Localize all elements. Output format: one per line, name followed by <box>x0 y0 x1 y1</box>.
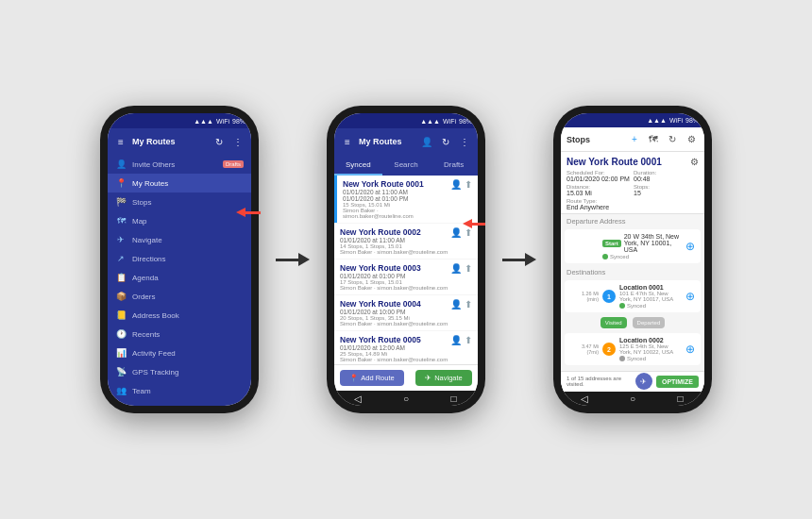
navigate-start-icon[interactable]: ⊕ <box>685 240 695 253</box>
navigate-fab[interactable]: ✈ <box>635 373 652 390</box>
dest-num-2: 2 <box>602 343 616 356</box>
route-type-value: End Anywhere <box>567 204 699 210</box>
share-action-5[interactable]: ⬆ <box>465 335 472 345</box>
invite-icon: 👤 <box>115 159 127 170</box>
arrow-line-2 <box>502 259 525 261</box>
add-route-label: Add Route <box>361 374 394 382</box>
sidebar-item-myroutes[interactable]: 📍 My Routes <box>108 174 251 193</box>
home-nav-2[interactable]: ○ <box>399 392 413 405</box>
person-action-2[interactable]: 👤 <box>450 227 462 238</box>
map-icon: 🗺 <box>115 215 127 226</box>
route-item-3[interactable]: New York Route 0003 01/01/2020 at 01:00 … <box>334 260 478 294</box>
more-icon[interactable]: ⋮ <box>230 134 245 149</box>
tab-search[interactable]: Search <box>382 155 431 176</box>
start-address: 20 W 34th St, New York, NY 10001, USA <box>624 233 682 253</box>
tab-drafts[interactable]: Drafts <box>430 155 478 176</box>
status-bar-3: ▲▲▲ WiFi 98% <box>561 113 704 127</box>
orders-icon: 📦 <box>115 291 127 302</box>
navigate-loc2-icon[interactable]: ⊕ <box>685 343 695 356</box>
route-list: New York Route 0001 01/01/2020 at 11:00 … <box>334 176 478 364</box>
recent-nav-2[interactable]: □ <box>448 392 461 405</box>
start-speed-label: Synced <box>610 254 629 260</box>
share-action-1[interactable]: ⬆ <box>465 179 472 190</box>
person-action-5[interactable]: 👤 <box>450 335 462 345</box>
add-stop-icon[interactable]: + <box>627 132 642 147</box>
route-title-5: New York Route 0005 <box>340 335 450 344</box>
wifi-1: WiFi <box>216 118 229 125</box>
activity-label: Activity Feed <box>132 349 176 358</box>
refresh-icon-2[interactable]: ↻ <box>438 134 453 149</box>
sidebar-item-team[interactable]: 👥 Team <box>108 381 251 400</box>
duration-value: 00:48 <box>634 176 699 182</box>
share-action-2[interactable]: ⬆ <box>465 227 472 238</box>
back-nav-3[interactable]: ◁ <box>578 393 591 406</box>
sidebar-item-stops[interactable]: 🏁 Stops <box>108 193 251 211</box>
phone-1: ▲▲▲ WiFi 98% ≡ My Routes ↻ ⋮ 👤 Invite Ot… <box>100 106 259 413</box>
dist-1: 1.26 Mi (min) <box>570 291 599 302</box>
navigate-icon: ✈ <box>115 234 127 245</box>
optimize-button[interactable]: OPTIMIZE <box>656 376 699 388</box>
sidebar-item-recents[interactable]: 🕐 Recents <box>108 325 251 343</box>
person-icon-2[interactable]: 👤 <box>419 134 434 149</box>
sidebar-item-activity[interactable]: 📊 Activity Feed <box>108 343 251 362</box>
nav-bar-3: ◁ ○ □ <box>561 392 704 406</box>
wifi-3: WiFi <box>669 117 683 124</box>
orders-label: Orders <box>132 293 155 301</box>
route-item-5[interactable]: New York Route 0005 01/01/2020 at 12:00 … <box>334 331 478 364</box>
navigate-loc1-icon[interactable]: ⊕ <box>685 290 695 303</box>
loc2-dot <box>619 356 625 361</box>
navigate-button[interactable]: ✈ Navigate <box>415 370 472 386</box>
person-action-3[interactable]: 👤 <box>450 263 462 274</box>
status-bar-2: ▲▲▲ WiFi 98% <box>334 113 478 128</box>
sidebar-item-orders[interactable]: 📦 Orders <box>108 287 251 306</box>
tabs-bar: Synced Search Drafts <box>334 155 478 176</box>
route-item-2[interactable]: New York Route 0002 01/01/2020 at 11:00 … <box>334 224 478 259</box>
route-item-4[interactable]: New York Route 0004 01/01/2020 at 10:00 … <box>334 295 478 330</box>
sidebar-item-invite[interactable]: 👤 Invite Others Drafts <box>108 155 251 174</box>
nav-bar-2: ◁ ○ □ <box>334 391 478 406</box>
add-route-button[interactable]: 📍 Add Route <box>340 370 403 386</box>
route-date-1b: 01/01/2020 at 01:00 PM <box>343 195 450 202</box>
tab-synced[interactable]: Synced <box>334 155 382 176</box>
sidebar-item-addressbook[interactable]: 📒 Address Book <box>108 306 251 325</box>
dest-card-2: 3.47 Mi (7mi) 2 Location 0002 125 E 54th… <box>565 333 701 365</box>
route-user-4: Simon Baker · simon.baker@routeline.com <box>340 321 450 326</box>
loc2-speed: Synced <box>619 356 682 361</box>
sidebar-item-navigate[interactable]: ✈ Navigate <box>108 230 251 249</box>
share-action-4[interactable]: ⬆ <box>465 299 472 310</box>
directions-icon: ↗ <box>115 253 127 264</box>
arrow-head-2 <box>525 253 536 266</box>
loc1-speed-label: Synced <box>627 303 646 309</box>
menu-icon-2[interactable]: ≡ <box>340 134 355 149</box>
settings-icon-3[interactable]: ⚙ <box>690 157 699 167</box>
invite-label: Invite Others <box>132 160 175 169</box>
menu-icon[interactable]: ≡ <box>113 134 128 149</box>
more-icon-3[interactable]: ⚙ <box>684 132 699 147</box>
sidebar-item-directions[interactable]: ↗ Directions <box>108 249 251 268</box>
refresh-icon[interactable]: ↻ <box>211 134 227 149</box>
sidebar-item-agenda[interactable]: 📋 Agenda <box>108 268 251 287</box>
arrow-head-1 <box>298 253 310 266</box>
map-view-icon[interactable]: 🗺 <box>646 132 661 147</box>
recents-icon: 🕐 <box>115 328 127 340</box>
recent-nav-3[interactable]: □ <box>674 393 687 406</box>
myroutes-icon: 📍 <box>115 177 127 189</box>
sidebar: 👤 Invite Others Drafts 📍 My Routes 🏁 Sto… <box>108 155 251 406</box>
person-action-4[interactable]: 👤 <box>450 299 462 310</box>
sidebar-item-gps[interactable]: 📡 GPS Tracking <box>108 362 251 381</box>
refresh-icon-3[interactable]: ↻ <box>665 132 680 147</box>
loc1-dot <box>619 303 625 309</box>
more-icon-2[interactable]: ⋮ <box>457 134 472 149</box>
route-item-1[interactable]: New York Route 0001 01/01/2020 at 11:00 … <box>334 176 478 223</box>
person-action-1[interactable]: 👤 <box>450 179 462 190</box>
sidebar-item-map[interactable]: 🗺 Map <box>108 211 251 230</box>
departed-button[interactable]: Departed <box>633 317 666 328</box>
back-nav-2[interactable]: ◁ <box>351 392 364 405</box>
home-nav-3[interactable]: ○ <box>626 393 639 406</box>
visited-button[interactable]: Visited <box>601 317 627 328</box>
sidebar-item-settings[interactable]: ⚙ Settings <box>108 400 251 406</box>
loc2-title: Location 0002 <box>619 337 682 343</box>
detail-footer: 1 of 15 addresses are visited. ✈ OPTIMIZ… <box>561 371 704 392</box>
route-user-1: Simon Baker · simon.baker@routeline.com <box>343 208 450 219</box>
share-action-3[interactable]: ⬆ <box>465 263 472 274</box>
